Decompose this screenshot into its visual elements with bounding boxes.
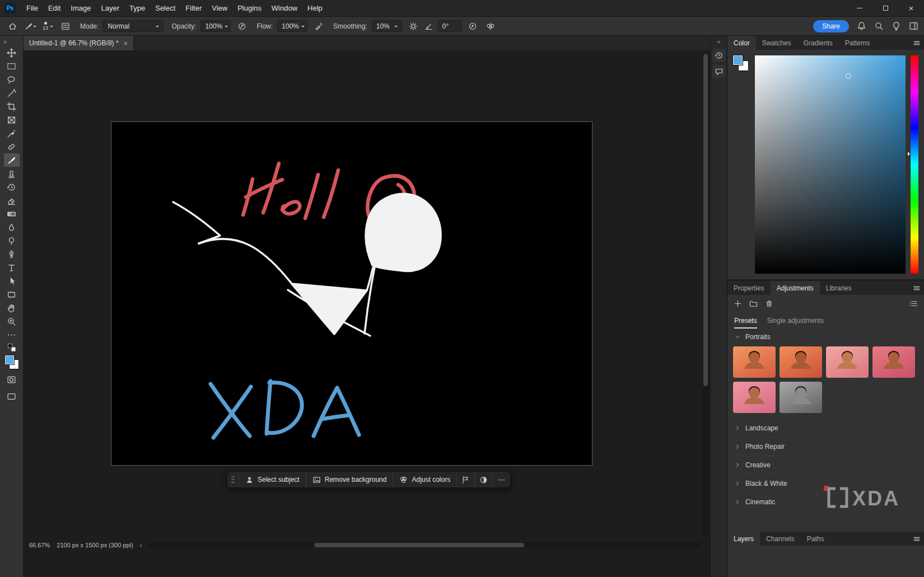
screen-mode-button[interactable] [4,390,20,403]
blur-tool[interactable] [4,221,20,234]
color-panel-tab[interactable]: Gradients [797,36,839,50]
drag-handle-icon[interactable] [227,472,239,487]
select-subject-button[interactable]: Select subject [239,472,306,487]
preset-section[interactable]: Landscape [727,419,924,437]
color-picker-ring[interactable] [846,73,851,79]
path-selection-tool[interactable] [4,274,20,288]
object-selection-tool[interactable] [4,86,20,100]
menu-item[interactable]: Edit [43,0,66,16]
add-adjustment-icon[interactable] [734,299,742,308]
type-tool[interactable] [4,261,20,274]
foreground-background-swatches[interactable] [4,355,19,369]
maximize-button[interactable] [872,0,898,16]
preset-section[interactable]: Black & White [727,474,924,492]
foreground-color-swatch[interactable] [733,55,743,65]
folder-icon[interactable] [749,299,758,308]
preset-thumbnail[interactable] [780,346,822,378]
smoothing-select[interactable]: 10% [372,20,402,32]
preset-section[interactable]: Photo Repair [727,437,924,456]
quick-mask-button[interactable] [4,373,20,386]
preset-thumbnail[interactable] [733,382,776,413]
menu-item[interactable]: Layer [96,0,125,16]
panel-menu-button[interactable] [909,36,924,50]
gradient-tool[interactable] [4,207,20,221]
workspace-switcher-icon[interactable] [909,21,918,31]
zoom-level-field[interactable]: 66.67% [29,542,50,548]
frame-tool[interactable] [4,113,20,126]
panel-menu-button[interactable] [909,532,924,546]
healing-brush-tool[interactable] [4,140,20,153]
properties-panel-tab[interactable]: Properties [727,281,771,295]
expand-panels-button[interactable]: « [717,37,720,46]
flow-select[interactable]: 100% [277,20,307,32]
shape-tool[interactable] [4,288,20,301]
preset-section[interactable]: Cinematic [727,492,924,511]
comments-panel-button[interactable] [712,65,726,78]
panel-menu-button[interactable] [909,281,924,295]
status-chevron[interactable]: › [140,542,142,548]
preset-thumbnail[interactable] [872,346,915,378]
menu-item[interactable]: Image [66,0,96,16]
adjust-colors-button[interactable]: Adjust colors [393,472,456,487]
preset-thumbnail[interactable] [780,382,822,413]
menu-item[interactable]: Window [267,0,302,16]
properties-panel-tab[interactable]: Libraries [820,281,858,295]
properties-panel-tab[interactable]: Adjustments [771,281,820,295]
adjustments-subtab[interactable]: Single adjustments [767,317,824,329]
mode-select[interactable]: Normal [103,20,164,32]
size-pressure-button[interactable] [466,20,479,33]
brush-angle-field[interactable]: 0° [438,20,461,32]
brush-tool-preset-button[interactable] [24,20,37,33]
layers-panel-tab[interactable]: Layers [727,532,760,546]
symmetry-button[interactable] [484,20,497,33]
default-colors-button[interactable] [8,344,16,351]
horizontal-scrollbar[interactable] [148,542,701,548]
canvas-viewport[interactable]: Select subject Remove background Adjust … [24,50,710,539]
brush-size-picker[interactable]: 13 [41,22,54,31]
color-panel-swatches[interactable] [733,55,750,74]
hue-slider-marker[interactable] [908,152,912,156]
preset-section[interactable]: Creative [727,456,924,474]
menu-item[interactable]: File [21,0,43,16]
minimize-button[interactable] [847,0,872,16]
document-tab[interactable]: Untitled-1 @ 66.7% (RGB/8) * × [24,36,134,50]
history-brush-tool[interactable] [4,180,20,194]
airbrush-button[interactable] [312,20,325,33]
brush-tool[interactable] [4,153,20,167]
preset-thumbnail[interactable] [733,346,776,378]
horizontal-scrollbar-thumb[interactable] [314,543,524,547]
brush-settings-panel-button[interactable] [59,20,72,33]
edit-toolbar-button[interactable] [4,328,20,341]
marquee-tool[interactable] [4,59,20,73]
hand-tool[interactable] [4,301,20,315]
color-panel-tab[interactable]: Swatches [756,36,797,50]
search-icon[interactable] [874,21,884,31]
list-view-icon[interactable] [909,299,918,308]
share-button[interactable]: Share [813,20,849,32]
menu-item[interactable]: Plugins [232,0,267,16]
hue-strip[interactable] [911,55,918,274]
trash-icon[interactable] [765,299,773,308]
zoom-tool[interactable] [4,315,20,328]
adjustments-subtab[interactable]: Presets [734,317,757,329]
portraits-section-header[interactable]: Portraits [727,329,924,345]
menu-item[interactable]: Filter [180,0,207,16]
version-history-panel-button[interactable] [712,49,726,62]
close-button[interactable]: × [898,0,924,16]
layers-panel-tab[interactable]: Paths [801,532,830,546]
canvas[interactable] [111,122,592,465]
preset-thumbnail[interactable] [826,346,869,378]
color-panel-tab[interactable]: Patterns [839,36,876,50]
menu-item[interactable]: Select [150,0,180,16]
remove-background-button[interactable]: Remove background [306,472,393,487]
contrast-button[interactable] [474,472,492,487]
more-options-button[interactable] [492,472,510,487]
color-panel-tab[interactable]: Color [727,36,756,50]
clone-stamp-tool[interactable] [4,167,20,180]
menu-item[interactable]: View [207,0,232,16]
smoothing-options-button[interactable] [407,20,420,33]
toolbar-expand-button[interactable]: » [0,37,7,46]
eyedropper-tool[interactable] [4,126,20,140]
crop-tool[interactable] [4,100,20,113]
dodge-tool[interactable] [4,234,20,247]
